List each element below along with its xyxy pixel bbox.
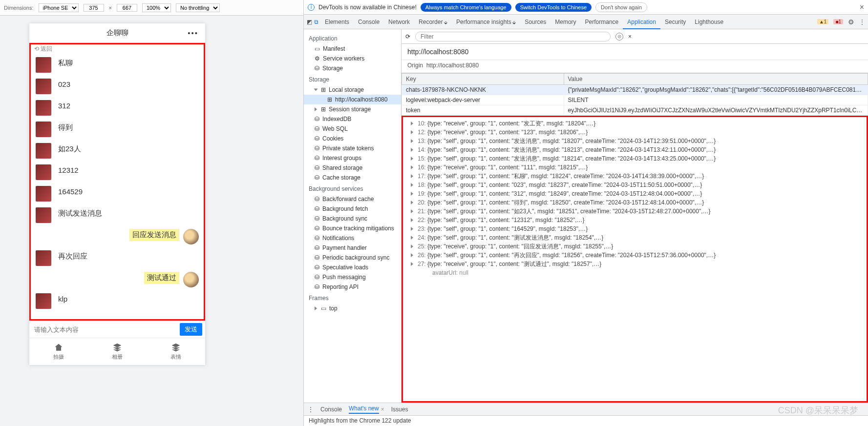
- sidebar-manifest[interactable]: ▭Manifest: [304, 44, 401, 54]
- banner-text: DevTools is now available in Chinese!: [318, 4, 417, 11]
- log-line[interactable]: 21: {type: "self", group: "1", content: …: [403, 207, 867, 216]
- kv-table: KeyValue chats-1879878-NKCNO-NKNK{"priva…: [402, 73, 868, 116]
- drawer-kebab-icon[interactable]: ⋮: [308, 406, 314, 413]
- width-input[interactable]: [84, 4, 104, 12]
- sidebar-service-workers[interactable]: ⚙Service workers: [304, 54, 401, 63]
- tab-lighthouse[interactable]: Lighthouse: [690, 16, 728, 28]
- sidebar-item[interactable]: ⛁Cookies: [304, 134, 401, 143]
- avatar: [36, 57, 51, 73]
- log-line[interactable]: 10: {type: "receive", group: "1", conten…: [403, 119, 867, 128]
- clear-icon[interactable]: ×: [628, 33, 632, 40]
- close-whatsnew-icon[interactable]: ×: [381, 406, 384, 413]
- sidebar-item[interactable]: ⛁Notifications: [304, 233, 401, 243]
- tab-sources[interactable]: Sources: [520, 16, 550, 28]
- log-line[interactable]: 17: {type: "self", group: "1", content: …: [403, 172, 867, 181]
- sidebar-item[interactable]: ⛁Interest groups: [304, 153, 401, 163]
- avatar: [36, 122, 51, 137]
- table-row[interactable]: loglevel:webpack-dev-serverSILENT: [402, 95, 868, 105]
- nav-emoji[interactable]: 表情: [147, 338, 205, 365]
- nav-camera[interactable]: 拍摄: [29, 338, 88, 365]
- log-line[interactable]: 14: {type: "self", group: "1", content: …: [403, 145, 867, 154]
- tab-performance[interactable]: Performance: [581, 16, 623, 28]
- avatar: [36, 250, 51, 266]
- drawer-console[interactable]: Console: [320, 406, 342, 413]
- sidebar-local-storage[interactable]: ⊞Local storage: [304, 85, 401, 95]
- sidebar-item[interactable]: ⛁Web SQL: [304, 124, 401, 134]
- sidebar-item[interactable]: ⛁Periodic background sync: [304, 253, 401, 263]
- drawer-issues[interactable]: Issues: [391, 406, 408, 413]
- switch-cn-button[interactable]: Switch DevTools to Chinese: [515, 3, 592, 12]
- message-bubble: 如23人: [55, 143, 84, 155]
- sidebar-item[interactable]: ⛁Reporting API: [304, 282, 401, 292]
- refresh-icon[interactable]: ⟳: [405, 33, 410, 40]
- log-line[interactable]: 15: {type: "self", group: "1", content: …: [403, 154, 867, 163]
- message-bubble: 再次回应: [55, 250, 90, 263]
- nav-album[interactable]: 相册: [88, 338, 147, 365]
- tab-network[interactable]: Network: [384, 16, 414, 28]
- section-bg-services: Background services: [304, 183, 401, 194]
- sidebar-item[interactable]: ⛁Shared storage: [304, 163, 401, 173]
- gear-icon[interactable]: ⚙: [848, 18, 854, 26]
- log-line[interactable]: 27: {type: "receive", group: "1", conten…: [403, 260, 867, 268]
- log-line[interactable]: 26: {type: "self", group: "1", content: …: [403, 251, 867, 260]
- message-bubble: 12312: [55, 164, 82, 176]
- inspect-icon[interactable]: ◩: [307, 19, 312, 25]
- send-button[interactable]: 发送: [180, 323, 202, 336]
- sidebar-item[interactable]: ⛁Background sync: [304, 214, 401, 223]
- sidebar-storage[interactable]: ⛁Storage: [304, 63, 401, 73]
- tab-recorder[interactable]: Recorder ⬙: [414, 16, 452, 28]
- zoom-select[interactable]: 100%: [142, 3, 171, 12]
- drawer-whatsnew[interactable]: What's new: [349, 405, 379, 414]
- warning-badge[interactable]: ▲1: [817, 19, 828, 24]
- col-key[interactable]: Key: [402, 74, 564, 85]
- sidebar-item[interactable]: ⛁Background fetch: [304, 204, 401, 214]
- device-select[interactable]: iPhone SE: [39, 3, 79, 12]
- log-line[interactable]: 25: {type: "receive", group: "1", conten…: [403, 242, 867, 251]
- tab-performance-insights[interactable]: Performance insights ⬙: [452, 16, 520, 28]
- log-line[interactable]: 20: {type: "self", group: "1", content: …: [403, 198, 867, 207]
- sidebar-item[interactable]: ⛁IndexedDB: [304, 114, 401, 124]
- log-line[interactable]: 19: {type: "self", group: "1", content: …: [403, 189, 867, 198]
- throttle-select[interactable]: No throttling: [176, 3, 220, 12]
- tab-application[interactable]: Application: [623, 16, 660, 29]
- sidebar-item[interactable]: ⛁Speculative loads: [304, 263, 401, 272]
- log-line[interactable]: 16: {type: "receive", group: "1", conten…: [403, 163, 867, 172]
- table-row[interactable]: tokeneyJhbGciOiJIUzI1NiJ9.eyJzdWIiOiJ7XC…: [402, 105, 868, 116]
- sidebar-local-host[interactable]: ⊞http://localhost:8080: [304, 95, 401, 104]
- match-lang-button[interactable]: Always match Chrome's language: [421, 3, 511, 12]
- dont-show-button[interactable]: Don't show again: [595, 2, 647, 12]
- sidebar-item[interactable]: ⛁Back/forward cache: [304, 194, 401, 204]
- block-icon[interactable]: ⊘: [615, 33, 623, 41]
- message-input[interactable]: [32, 324, 177, 335]
- sidebar-session-storage[interactable]: ⊞Session storage: [304, 104, 401, 114]
- sidebar-item[interactable]: ⛁Cache storage: [304, 173, 401, 183]
- sidebar-item[interactable]: ⛁Push messaging: [304, 272, 401, 282]
- device-toolbar: Dimensions: iPhone SE × 100% No throttli…: [0, 0, 303, 16]
- tab-console[interactable]: Console: [354, 16, 384, 28]
- height-input[interactable]: [117, 4, 137, 12]
- close-icon[interactable]: ×: [860, 3, 864, 12]
- tab-memory[interactable]: Memory: [550, 16, 580, 28]
- sidebar-item[interactable]: ⛁Bounce tracking mitigations: [304, 223, 401, 233]
- log-line[interactable]: 24: {type: "self", group: "1", content: …: [403, 233, 867, 242]
- tab-elements[interactable]: Elements: [320, 16, 354, 28]
- more-icon[interactable]: •••: [188, 29, 198, 37]
- sidebar-item[interactable]: ⛁Private state tokens: [304, 143, 401, 153]
- sidebar-item[interactable]: ⛁Payment handler: [304, 243, 401, 253]
- sidebar-frames-top[interactable]: ▭top: [304, 304, 401, 313]
- log-line[interactable]: 22: {type: "self", group: "1", content: …: [403, 216, 867, 224]
- device-mode-icon[interactable]: ⧉: [314, 19, 318, 25]
- chat-message: 回应发送消息: [31, 226, 204, 247]
- log-line[interactable]: 12: {type: "receive", group: "1", conten…: [403, 128, 867, 137]
- filter-input[interactable]: [415, 32, 611, 41]
- table-row[interactable]: chats-1879878-NKCNO-NKNK{"privateMsgMaxI…: [402, 85, 868, 95]
- log-line[interactable]: 18: {type: "self", group: "1", content: …: [403, 181, 867, 189]
- col-value[interactable]: Value: [564, 74, 868, 85]
- kebab-icon[interactable]: ⋮: [859, 19, 865, 25]
- log-line[interactable]: 23: {type: "self", group: "1", content: …: [403, 224, 867, 233]
- message-bubble: 312: [55, 100, 73, 111]
- back-link[interactable]: ⟲ 返回: [34, 45, 52, 53]
- tab-security[interactable]: Security: [660, 16, 690, 28]
- error-badge[interactable]: ■1: [833, 19, 843, 24]
- log-line[interactable]: 13: {type: "self", group: "1", content: …: [403, 137, 867, 145]
